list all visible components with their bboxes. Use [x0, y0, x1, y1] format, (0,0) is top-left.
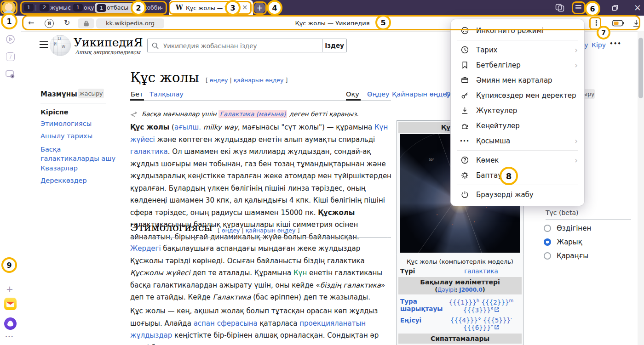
radio-dark-label[interactable]: Қараңғы	[557, 252, 588, 260]
wiki-hamburger-icon[interactable]	[39, 41, 48, 48]
radio-light-label[interactable]: Жарық	[557, 238, 582, 246]
menu-item-downloads[interactable]: Жүктеулер	[451, 103, 584, 118]
menu-divider	[457, 150, 578, 151]
close-window-icon[interactable]: ×	[634, 2, 641, 12]
annotation-8: 8	[500, 167, 518, 185]
wiki-search: Іздеу	[147, 39, 347, 52]
toc-hide-button[interactable]: жасыру	[78, 89, 104, 98]
menu-divider	[457, 185, 578, 185]
toc-item[interactable]: Басқа галактикаларды ашу	[40, 145, 116, 163]
tab-read[interactable]: Оқу	[346, 90, 359, 98]
menu-item-more[interactable]: ··· Қосымша›	[451, 133, 584, 148]
paragraph: Құс жолы — кең, ақшыл жолақ болып тұтасқ…	[130, 305, 392, 345]
restore-window-icon[interactable]	[612, 5, 618, 11]
radio-dark[interactable]	[544, 252, 551, 260]
menu-divider	[457, 40, 578, 40]
active-tab-marker	[346, 99, 361, 101]
power-icon	[460, 190, 469, 199]
menu-item-history[interactable]: Тарих›	[451, 42, 584, 57]
header-more-icon[interactable]: •••	[610, 40, 621, 47]
toc-item[interactable]: Дереккөздер	[40, 177, 87, 184]
appearance-heading: Түс (beta)	[546, 209, 578, 216]
menu-item-bookmarks[interactable]: Бетбелгілер›	[451, 57, 584, 73]
panels-icon[interactable]	[555, 4, 564, 12]
tab-page[interactable]: Бет	[131, 90, 143, 98]
browser-window: 1 | 2 жұмыс | 1 оқу 1 отбасы хобби › W Қ…	[0, 0, 644, 345]
annotation-4: 4	[267, 0, 282, 16]
hatnote-icon	[130, 112, 139, 118]
toc-item-intro[interactable]: Кіріспе	[40, 108, 69, 116]
sidebar-play-icon[interactable]	[5, 34, 16, 45]
toc-item[interactable]: Ашылу тарихы	[40, 132, 92, 140]
search-box[interactable]	[147, 39, 322, 52]
ra-value[interactable]: {{{1}}}h {{{2}}}m {{{3}}}s	[441, 298, 522, 314]
login-link[interactable]: Кіру	[592, 41, 606, 49]
annotation-2: 2	[131, 0, 146, 16]
menu-item-passwords[interactable]: Құпиясөздер мен деректер	[451, 88, 584, 103]
sidebar-divider	[6, 313, 15, 314]
chevron-right-icon: ›	[575, 61, 578, 70]
ra-label-link[interactable]: Тура шарықтауы	[398, 298, 441, 314]
menu-item-extensions[interactable]: Кеңейтулер	[451, 118, 584, 133]
menu-item-help[interactable]: Көмек›	[451, 153, 584, 168]
infobox-characteristics-header: Сипаттамалары	[398, 334, 522, 344]
key-icon	[460, 91, 469, 100]
bookmark-icon	[460, 61, 469, 69]
sidebar-add-icon[interactable]: +	[6, 284, 13, 294]
toc-divider	[40, 103, 106, 103]
section-divider	[130, 238, 391, 238]
article-title: Құс жолы	[130, 70, 199, 85]
menu-item-quit[interactable]: Браузерді жабу	[451, 187, 584, 202]
wikipedia-logo[interactable]: ΩИW	[50, 35, 71, 56]
annotation-9: 9	[1, 257, 17, 273]
annotation-5: 5	[375, 15, 391, 30]
title-edit-links[interactable]: [ өңдеу | қайнарын өңдеу ]	[206, 77, 288, 84]
chevron-right-icon: ›	[575, 45, 578, 55]
section-heading: Этимологиясы	[130, 221, 213, 233]
infobox-row-ra: Тура шарықтауы {{{1}}}h {{{2}}}m {{{3}}}…	[398, 298, 522, 314]
tab-talk[interactable]: Талқылау	[150, 90, 184, 98]
image-degree-label: 30°	[429, 158, 434, 162]
ellipsis-icon: ···	[460, 136, 469, 145]
dec-value[interactable]: {{{4}}}° {{{5}}}′ {{{6}}}″	[441, 317, 522, 331]
annotation-1: 1	[1, 13, 17, 29]
appearance-divider	[546, 219, 631, 220]
radio-auto[interactable]	[544, 225, 551, 232]
annotation-box-address-bar	[22, 15, 640, 30]
toc-item[interactable]: Этимологиясы	[40, 120, 92, 127]
annotation-box-newtab	[253, 1, 267, 15]
wallet-icon	[460, 76, 469, 85]
menu-item-wallet[interactable]: Әмиян мен карталар	[451, 73, 584, 88]
radio-light[interactable]	[544, 238, 551, 246]
external-link-icon	[494, 307, 499, 312]
paragraph: Жердегі бақылаушыға аспандағы мыңдаған ж…	[130, 243, 392, 304]
wikipedia-wordmark[interactable]: УикипедиЯ	[74, 36, 143, 49]
scrollbar-thumb[interactable]	[638, 38, 643, 98]
tab-edit[interactable]: Өңдеу	[367, 90, 390, 98]
download-icon	[460, 106, 469, 115]
hatnote: Басқа мағыналар үшін Галактика (мағына) …	[142, 110, 359, 118]
clock-icon	[460, 45, 469, 54]
radio-auto-label[interactable]: Өздігінен	[557, 224, 591, 232]
annotation-7: 7	[597, 26, 610, 40]
toc-title: Мазмұны	[40, 90, 77, 98]
chevron-right-icon: ›	[575, 156, 578, 165]
wikipedia-tagline: Ашық энциклопедиясы	[75, 49, 140, 56]
annotation-6: 6	[585, 1, 600, 17]
external-link-icon	[494, 325, 499, 329]
help-icon	[460, 156, 469, 164]
annotation-box-menu-button	[572, 1, 586, 14]
search-button[interactable]: Іздеу	[322, 39, 347, 52]
chevron-right-icon: ›	[575, 136, 578, 146]
yandex-mail-icon[interactable]	[4, 298, 17, 310]
sidebar-screenshot-icon[interactable]	[5, 69, 16, 79]
section-edit-links[interactable]: [ өңдеу | қайнарын өңдеу ]	[218, 227, 299, 234]
sidebar-seven-badge[interactable]: 7	[6, 52, 15, 61]
search-input[interactable]	[162, 40, 316, 51]
toc-item[interactable]: Квазарлар	[40, 164, 78, 172]
sidebar-more-icon[interactable]: •••	[5, 334, 14, 339]
dec-label-link[interactable]: Еңісуі	[398, 317, 441, 331]
puzzle-icon	[460, 121, 469, 130]
alice-assistant-icon[interactable]	[4, 317, 17, 330]
tab-edit-source[interactable]: Қайнарын өңдеу	[392, 90, 451, 98]
